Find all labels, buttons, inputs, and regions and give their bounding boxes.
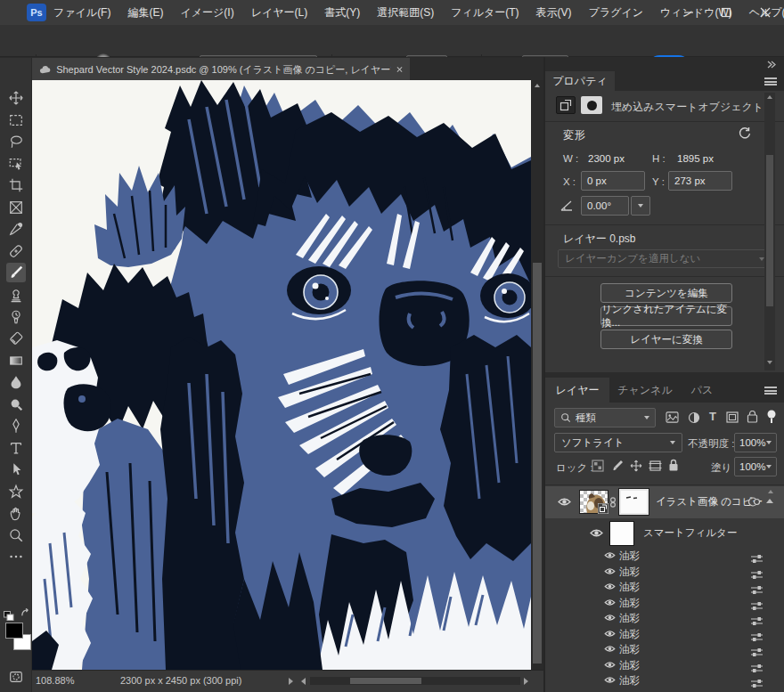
lock-all-icon[interactable]: [668, 459, 679, 472]
edit-toolbar-icon[interactable]: [6, 547, 26, 566]
filter-shape-layers-icon[interactable]: [726, 411, 739, 423]
scroll-left-icon[interactable]: [301, 678, 306, 685]
clone-stamp-tool[interactable]: [6, 285, 26, 305]
tab-channels[interactable]: チャンネル: [609, 378, 681, 403]
type-tool[interactable]: [6, 438, 26, 458]
canvas[interactable]: [32, 80, 543, 670]
layer-row-selected[interactable]: イラスト画像 のコピー: [545, 486, 784, 518]
frame-tool[interactable]: [6, 198, 26, 217]
properties-scrollbar[interactable]: [764, 93, 775, 370]
menu-item[interactable]: レイヤー(L): [251, 5, 308, 20]
canvas-illustration[interactable]: [32, 80, 531, 670]
spot-healing-brush-tool[interactable]: [6, 241, 26, 261]
close-button[interactable]: [750, 0, 780, 25]
vertical-scrollbar-thumb[interactable]: [533, 263, 542, 664]
filter-adjustment-layers-icon[interactable]: [688, 411, 700, 424]
scroll-up-icon[interactable]: [767, 95, 772, 99]
quick-mask-icon[interactable]: [6, 667, 26, 687]
smart-filter-oil-row[interactable]: 油彩: [545, 642, 772, 657]
smart-filter-oil-row[interactable]: 油彩: [545, 580, 772, 595]
filter-blend-options-icon[interactable]: [751, 676, 763, 692]
close-tab-icon[interactable]: [396, 66, 403, 73]
smart-filter-oil-row[interactable]: 油彩: [545, 627, 772, 642]
maximize-button[interactable]: [711, 0, 741, 25]
smart-filters-row[interactable]: スマートフィルター: [545, 518, 772, 549]
lasso-tool[interactable]: [6, 132, 26, 151]
move-tool[interactable]: [6, 88, 26, 108]
visibility-eye-icon[interactable]: [604, 676, 616, 684]
visibility-eye-icon[interactable]: [604, 645, 616, 653]
hand-tool[interactable]: [6, 503, 26, 523]
visibility-eye-icon[interactable]: [558, 497, 571, 507]
layer-thumbnail[interactable]: [579, 490, 608, 514]
menu-item[interactable]: 表示(V): [536, 5, 572, 20]
menu-item[interactable]: フィルター(T): [451, 5, 519, 20]
visibility-eye-icon[interactable]: [604, 551, 616, 559]
lock-transparent-pixels-icon[interactable]: [592, 460, 604, 472]
tab-properties[interactable]: プロパティ: [545, 71, 615, 91]
blur-tool[interactable]: [6, 372, 26, 392]
layer-opacity-select[interactable]: 100%: [734, 433, 777, 452]
crop-tool[interactable]: [6, 175, 26, 195]
visibility-eye-icon[interactable]: [604, 661, 616, 669]
menu-item[interactable]: 編集(E): [127, 5, 163, 20]
layer-mask-thumbnail[interactable]: [619, 489, 649, 515]
scrollbar-thumb[interactable]: [766, 155, 773, 306]
fill-select[interactable]: 100%: [734, 457, 777, 476]
scroll-up-icon[interactable]: [535, 84, 540, 87]
swap-colors-icon[interactable]: [20, 607, 31, 623]
tab-paths[interactable]: パス: [681, 378, 723, 403]
h-value[interactable]: 1895 px: [677, 153, 714, 164]
visibility-eye-icon[interactable]: [590, 528, 603, 538]
vertical-scrollbar[interactable]: [531, 80, 543, 670]
document-tab[interactable]: Shepard Vector Style 2024.psdc @ 109% (イ…: [32, 58, 410, 81]
smart-filter-indicator-icon[interactable]: [747, 496, 761, 508]
eyedropper-tool[interactable]: [6, 219, 26, 239]
smart-filter-oil-row[interactable]: 油彩: [545, 596, 772, 611]
convert-to-layers-button[interactable]: レイヤーに変換: [600, 330, 732, 349]
y-input[interactable]: 273 px: [668, 171, 732, 191]
zoom-level[interactable]: 108.88%: [36, 675, 74, 686]
pen-tool[interactable]: [6, 416, 26, 436]
path-selection-tool[interactable]: [6, 460, 26, 479]
screen-mode-icon[interactable]: [6, 688, 26, 692]
lock-position-icon[interactable]: [630, 460, 642, 472]
rotation-dropdown[interactable]: [631, 196, 650, 216]
rotation-input[interactable]: 0.00°: [581, 196, 629, 216]
filter-smart-objects-icon[interactable]: [747, 411, 758, 424]
filtering-toggle-icon[interactable]: [766, 409, 777, 425]
visibility-eye-icon[interactable]: [604, 598, 616, 607]
filter-type-layers-icon[interactable]: T: [709, 410, 716, 423]
foreground-color-swatch[interactable]: [5, 623, 23, 639]
smart-filter-oil-row[interactable]: 油彩: [545, 673, 772, 688]
horizontal-scrollbar-thumb[interactable]: [350, 678, 421, 684]
scroll-down-icon[interactable]: [767, 352, 772, 368]
visibility-eye-icon[interactable]: [604, 582, 616, 590]
tab-layers[interactable]: レイヤー: [545, 378, 609, 403]
smart-filter-oil-row[interactable]: 油彩: [545, 565, 772, 580]
convert-to-linked-button[interactable]: リンクされたアイテムに変換...: [600, 306, 732, 326]
menu-item[interactable]: 書式(Y): [324, 5, 360, 20]
w-value[interactable]: 2300 px: [588, 153, 625, 164]
visibility-eye-icon[interactable]: [604, 567, 616, 575]
smart-filter-oil-row[interactable]: 油彩: [545, 549, 772, 564]
filter-kind-select[interactable]: 種類: [554, 408, 656, 427]
filter-pixel-layers-icon[interactable]: [666, 411, 679, 423]
dodge-tool[interactable]: [6, 395, 26, 414]
rectangular-marquee-tool[interactable]: [6, 110, 26, 130]
smart-object-icon[interactable]: [556, 96, 576, 114]
collapse-panels-icon[interactable]: [766, 61, 777, 69]
edit-contents-button[interactable]: コンテンツを編集: [600, 283, 732, 303]
minimize-button[interactable]: [674, 0, 704, 25]
menu-item[interactable]: ファイル(F): [53, 5, 110, 20]
x-input[interactable]: 0 px: [581, 171, 645, 191]
lock-artboard-icon[interactable]: [649, 460, 662, 472]
menu-item[interactable]: 選択範囲(S): [377, 5, 434, 20]
horizontal-scrollbar[interactable]: [310, 677, 520, 685]
lock-image-pixels-icon[interactable]: [611, 460, 624, 472]
scroll-up-icon[interactable]: [768, 490, 773, 493]
menu-item[interactable]: イメージ(I): [180, 5, 233, 20]
scroll-right-icon[interactable]: [524, 678, 528, 685]
history-brush-tool[interactable]: [6, 307, 26, 327]
mask-link-icon[interactable]: [609, 497, 617, 508]
